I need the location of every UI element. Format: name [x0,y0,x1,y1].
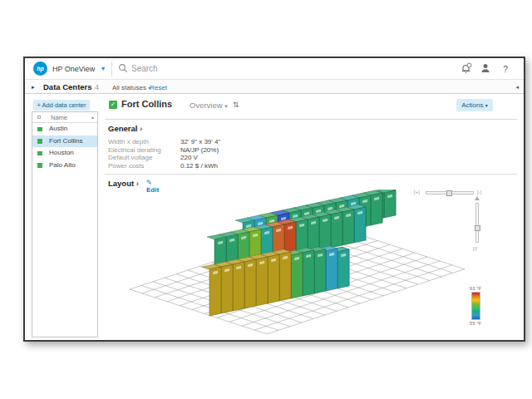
layout-3d-scene[interactable] [103,190,524,341]
announcements-button[interactable] [459,62,472,76]
status-ok-icon [37,127,42,132]
field-label: Width x depth [108,138,149,145]
zoom-slider-handle[interactable] [446,190,452,196]
actions-chevron-icon: ▾ [485,102,488,108]
map-view-toggle-icon[interactable]: ⇅ [233,101,239,109]
view-selector-dropdown[interactable]: Overview ▾ [190,101,228,110]
field-label: Electrical derating [108,146,161,154]
main-menu-expander-icon[interactable]: ▸ [32,84,35,91]
list-item-austin[interactable]: Austin [32,123,97,135]
layout-section-heading[interactable]: Layout › ✎ Edit [108,179,139,188]
zoom-slider-horizontal[interactable]: [+] [-] [414,190,420,198]
tilt-slider-track[interactable] [475,203,479,243]
general-section-heading[interactable]: General › [108,124,142,133]
status-filter-label: All statuses [112,84,146,91]
list-header[interactable]: Name ▴ [32,112,97,123]
search-box[interactable]: Search [118,62,367,76]
status-filter-dropdown[interactable]: All statuses ▾ [112,84,150,91]
general-heading-label: General [108,124,137,133]
tilt-slider-label: [/] [473,246,477,251]
person-icon [480,62,491,74]
sort-ascending-icon[interactable]: ▴ [91,114,94,120]
status-ok-icon [37,139,42,144]
section-arrow: › [136,179,139,188]
list-item-label: Fort Collins [49,135,82,148]
list-item-label: Austin [49,123,67,135]
actions-button[interactable]: Actions ▾ [456,99,493,111]
status-ok-icon [37,151,42,156]
temperature-legend: 93 °F 55 °F [465,286,486,326]
detail-pane: ✓ Fort Collins Overview ▾ ⇅ Actions ▾ Ge… [103,94,524,340]
status-ok-icon [37,163,42,168]
zoom-in-label[interactable]: [+] [414,190,420,195]
section-arrow: › [140,124,142,133]
layout-heading-label: Layout [108,179,134,188]
resource-count: 4 [95,83,99,91]
add-data-center-button[interactable]: + Add data center [33,100,90,111]
search-icon [118,63,128,73]
brand-menu-chevron-icon[interactable]: ▾ [101,65,105,72]
zoom-out-label[interactable]: [-] [477,190,481,195]
selected-resource-title: Fort Collins [121,99,172,109]
field-label: Power costs [108,162,145,170]
topbar-divider [111,62,112,76]
name-column-header[interactable]: Name [51,114,67,121]
field-label: Default voltage [108,154,152,161]
field-value: NA/JP (20%) [180,146,219,154]
status-ok-check-icon: ✓ [109,101,117,109]
zoom-slider-track[interactable] [426,191,474,195]
page-title[interactable]: Data Centers [43,82,92,91]
field-value: 32' 9" x 39' 4" [180,138,220,145]
list-item-label: Palo Alto [49,160,76,172]
search-input[interactable]: Search [131,64,158,73]
list-item-palo-alto[interactable]: Palo Alto [32,160,97,172]
bell-icon [460,62,472,75]
breadcrumb-bar: ▸ Data Centers 4 All statuses ▾ Reset ◂ [25,80,524,94]
list-item-houston[interactable]: Houston [32,147,97,160]
layout-3d-area: [+] [-] [/] 93 °F 55 °F [103,190,524,341]
pencil-icon: ✎ [146,179,152,186]
view-selector-label: Overview [190,101,223,110]
actions-label: Actions [461,101,483,109]
help-button[interactable]: ? [499,65,512,78]
view-chevron-icon: ▾ [224,103,228,110]
field-value: 0.12 $ / kWh [180,162,218,170]
field-value: 220 V [180,154,198,161]
status-column-icon [37,116,41,119]
screenshot-stage: hp HP OneView ▾ Search [0,0,532,399]
top-bar: hp HP OneView ▾ Search [25,58,524,80]
hp-logo-icon[interactable]: hp [33,62,47,76]
data-center-list: Name ▴ Austin Fort Collins Houston Palo … [32,111,98,337]
collapse-right-icon[interactable]: ◂ [515,84,519,91]
divider [105,174,517,175]
rotate-cursor-icon [475,196,480,200]
brand-label: HP OneView [52,65,95,73]
legend-min-label: 55 °F [465,321,486,326]
reset-filter-link[interactable]: Reset [150,84,167,91]
tilt-slider-handle[interactable] [475,225,480,231]
user-menu-button[interactable] [479,62,492,76]
app-window: hp HP OneView ▾ Search [23,57,525,342]
list-item-fort-collins[interactable]: Fort Collins [32,135,97,148]
legend-max-label: 93 °F [465,286,486,291]
temperature-gradient-bar [471,292,480,320]
list-item-label: Houston [49,147,74,160]
divider [105,119,517,120]
